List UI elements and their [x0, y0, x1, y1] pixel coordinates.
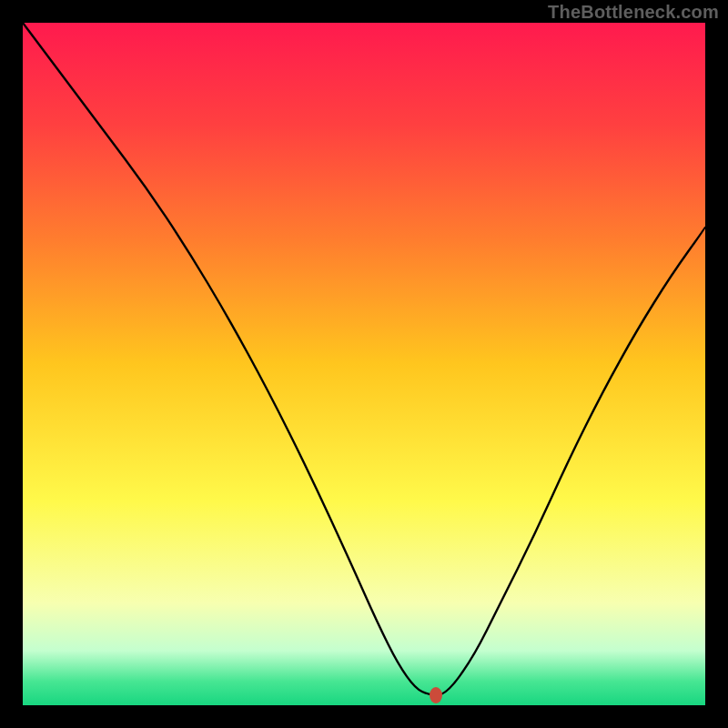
plot-area	[23, 23, 705, 705]
optimal-point-marker	[430, 687, 442, 703]
gradient-rect	[23, 23, 705, 705]
chart-svg	[23, 23, 705, 705]
watermark-text: TheBottleneck.com	[548, 2, 719, 23]
chart-frame: TheBottleneck.com	[0, 0, 728, 728]
